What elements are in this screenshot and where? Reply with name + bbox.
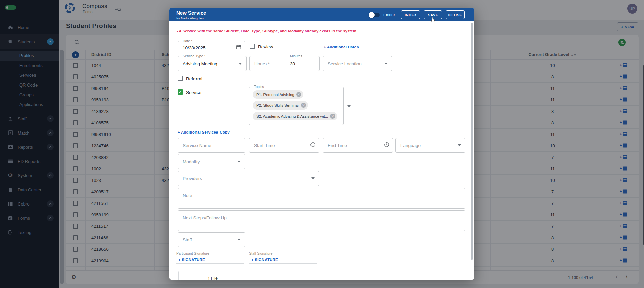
end-time-field[interactable]: End Time	[323, 138, 393, 153]
field-label: Minutes	[289, 54, 304, 58]
participant-signature-line	[176, 263, 244, 264]
topics-chips: P1. Personal Advising ✕ P2. Study Skills…	[253, 90, 337, 120]
field-label: Service Type *	[181, 54, 207, 58]
clock-icon[interactable]	[384, 142, 389, 149]
topics-multiselect[interactable]: Topics P1. Personal Advising ✕ P2. Study…	[249, 87, 344, 125]
duplicate-service-warning: - A Service with the same Student, Date,…	[177, 29, 358, 33]
review-label: Review	[258, 44, 273, 49]
remove-chip-icon[interactable]: ✕	[330, 114, 335, 119]
chip-label: S2. Academic Advising & Assistance wit..…	[256, 114, 328, 118]
language-select[interactable]: Language	[395, 138, 465, 153]
topic-chip[interactable]: S2. Academic Advising & Assistance wit..…	[253, 112, 337, 120]
toggle-knob	[369, 12, 375, 18]
mouse-cursor-icon	[430, 17, 435, 24]
hours-placeholder: Hours *	[254, 61, 270, 66]
remove-chip-icon[interactable]: ✕	[301, 103, 306, 108]
file-upload-dropzone[interactable]: ↑ File	[178, 271, 247, 280]
chevron-down-icon	[384, 63, 388, 65]
file-upload-label: File	[211, 276, 218, 280]
more-toggle[interactable]	[370, 13, 380, 17]
modality-placeholder: Modality	[183, 159, 200, 164]
chevron-down-icon	[311, 177, 315, 179]
start-time-field[interactable]: Start Time	[249, 138, 319, 153]
modal-header: New Service for Nadia Abegglen + more IN…	[169, 8, 474, 21]
chevron-down-icon	[347, 105, 351, 107]
field-label: Date *	[181, 39, 194, 43]
service-location-select[interactable]: Service Location	[323, 56, 392, 71]
more-label: + more	[383, 13, 395, 17]
service-type-value: Advising Meeting	[183, 61, 217, 66]
remove-chip-icon[interactable]: ✕	[296, 92, 301, 97]
note-placeholder: Note	[183, 193, 192, 198]
calendar-icon[interactable]	[236, 44, 242, 51]
close-button[interactable]: CLOSE	[446, 10, 465, 19]
service-type-select[interactable]: Service Type * Advising Meeting	[178, 56, 247, 71]
chevron-down-icon	[458, 144, 461, 146]
referral-label: Referral	[186, 76, 202, 81]
providers-placeholder: Providers	[183, 176, 202, 181]
providers-select[interactable]: Providers	[178, 171, 319, 186]
new-service-modal: New Service for Nadia Abegglen + more IN…	[169, 8, 474, 280]
service-label: Service	[186, 90, 201, 95]
end-time-placeholder: End Time	[328, 143, 347, 148]
participant-signature-button[interactable]: + SIGNATURE	[178, 258, 205, 262]
modal-subtitle: for Nadia Abegglen	[176, 16, 204, 20]
topic-chip[interactable]: P2. Study Skills Seminar ✕	[253, 101, 308, 110]
chip-label: P2. Study Skills Seminar	[256, 103, 299, 107]
chevron-down-icon	[237, 239, 241, 241]
next-steps-placeholder: Next Steps/Follow Up	[183, 215, 227, 220]
language-placeholder: Language	[400, 143, 421, 148]
index-button[interactable]: INDEX	[401, 10, 420, 19]
staff-signature-button[interactable]: + SIGNATURE	[251, 258, 278, 262]
chip-label: P1. Personal Advising	[256, 93, 294, 97]
minutes-field[interactable]: Minutes 30	[285, 56, 320, 71]
additional-services-link[interactable]: + Additional Services	[178, 130, 218, 134]
topic-chip[interactable]: P1. Personal Advising ✕	[253, 90, 303, 99]
upload-icon: ↑	[208, 276, 210, 280]
service-checkbox[interactable]: ✓	[178, 89, 183, 95]
field-label: Topics	[253, 85, 266, 89]
date-value: 10/28/2025	[183, 45, 206, 50]
clock-icon[interactable]	[310, 142, 316, 149]
modality-select[interactable]: Modality	[178, 154, 245, 169]
modal-scrollbar[interactable]	[471, 23, 473, 260]
app-screen: Home Students Profiles Enrollments Servi…	[0, 0, 644, 288]
chevron-down-icon	[237, 161, 241, 163]
date-field[interactable]: Date * 10/28/2025	[178, 41, 245, 54]
staff-placeholder: Staff	[183, 237, 192, 242]
service-name-field[interactable]: Service Name	[178, 138, 245, 153]
minutes-value: 30	[290, 61, 295, 66]
staff-signature-line	[249, 263, 317, 264]
hours-field[interactable]: Hours *	[249, 56, 285, 71]
staff-signature-label: Staff Signature	[249, 251, 272, 255]
staff-select[interactable]: Staff	[178, 232, 245, 247]
note-textarea[interactable]: Note	[178, 188, 465, 209]
service-location-placeholder: Service Location	[328, 61, 362, 66]
copy-link[interactable]: + Copy	[216, 130, 230, 134]
start-time-placeholder: Start Time	[254, 143, 275, 148]
service-name-placeholder: Service Name	[183, 143, 211, 148]
participant-signature-label: Participant Signature	[176, 251, 209, 255]
additional-dates-link[interactable]: + Additional Dates	[324, 45, 359, 49]
modal-title: New Service	[176, 10, 206, 16]
review-checkbox[interactable]	[250, 44, 255, 49]
chevron-down-icon	[239, 63, 242, 65]
referral-checkbox[interactable]	[178, 76, 183, 81]
next-steps-textarea[interactable]: Next Steps/Follow Up	[178, 210, 465, 231]
